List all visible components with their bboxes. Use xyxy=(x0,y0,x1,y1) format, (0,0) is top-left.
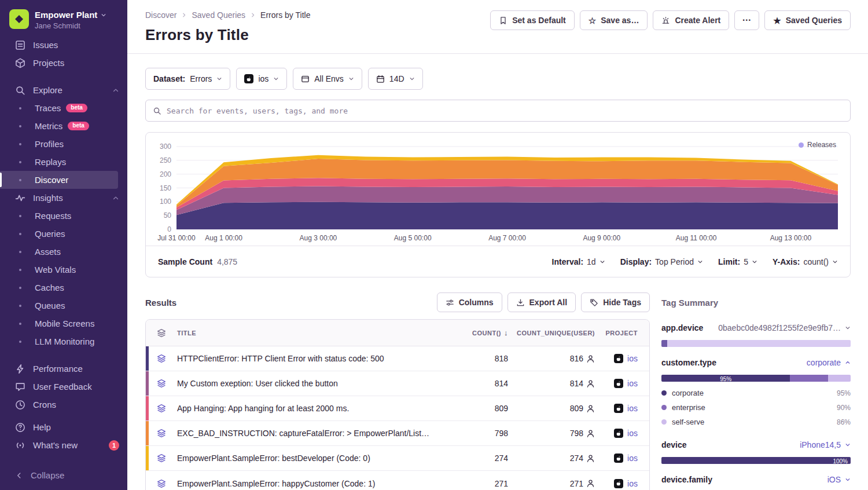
tag-value-label[interactable]: enterprise xyxy=(672,403,705,412)
column-count-unique[interactable]: COUNT_UNIQUE(USER) xyxy=(508,330,595,337)
sidebar-item-explore[interactable]: Explore xyxy=(0,81,127,99)
environment-select[interactable]: All Envs xyxy=(293,68,362,90)
tag-header[interactable]: app.device 0baebc0de4982f1255f2e9e9fb7… xyxy=(661,321,851,335)
sidebar-item-replays[interactable]: Replays xyxy=(0,153,127,171)
table-row[interactable]: EmpowerPlant.SampleError: bestDeveloper … xyxy=(146,446,649,471)
apple-project-icon xyxy=(614,354,623,363)
chevron-down-icon[interactable] xyxy=(845,442,851,448)
set-as-default-button[interactable]: Set as Default xyxy=(490,10,575,30)
row-title[interactable]: My Custom exeption: User clicked the but… xyxy=(177,379,465,388)
column-project[interactable]: PROJECT xyxy=(595,330,649,337)
project-link[interactable]: ios xyxy=(627,479,638,488)
breadcrumb-saved-queries[interactable]: Saved Queries xyxy=(192,10,245,20)
project-link[interactable]: ios xyxy=(627,429,638,438)
tag-top-value[interactable]: iPhone14,5 xyxy=(800,440,841,449)
chevron-up-icon[interactable] xyxy=(112,87,119,94)
project-link[interactable]: ios xyxy=(627,354,638,363)
chevron-down-icon xyxy=(348,76,354,82)
columns-button[interactable]: Columns xyxy=(437,292,502,312)
project-link[interactable]: ios xyxy=(627,454,638,463)
sidebar-item-discover[interactable]: Discover xyxy=(0,171,118,189)
export-all-button[interactable]: Export All xyxy=(507,292,576,312)
app-window: Empower Plant Jane Schmidt Issues Projec… xyxy=(0,0,868,490)
sidebar-item-whats-new[interactable]: What's new1 xyxy=(0,436,127,454)
svg-text:200: 200 xyxy=(160,170,171,178)
tag-top-value[interactable]: corporate xyxy=(807,358,841,367)
column-title[interactable]: TITLE xyxy=(177,330,465,337)
row-title[interactable]: EXC_BAD_INSTRUCTION: captureFatalError: … xyxy=(177,429,465,438)
more-button[interactable]: … xyxy=(734,10,759,30)
tag-distribution-bar[interactable]: 95% xyxy=(661,375,851,382)
sidebar-item-insights[interactable]: Insights xyxy=(0,189,127,207)
tag-value-label[interactable]: self-serve xyxy=(672,418,704,426)
notification-badge: 1 xyxy=(109,440,119,451)
sidebar-item-performance[interactable]: Performance xyxy=(0,360,127,378)
sidebar-item-metrics[interactable]: Metricsbeta xyxy=(0,117,127,135)
table-row[interactable]: HTTPClientError: HTTP Client Error with … xyxy=(146,346,649,371)
table-row[interactable]: EXC_BAD_INSTRUCTION: captureFatalError: … xyxy=(146,421,649,446)
tag-value-row[interactable]: enterprise90% xyxy=(661,400,851,415)
org-logo xyxy=(9,9,29,29)
sidebar-item-traces[interactable]: Tracesbeta xyxy=(0,99,127,117)
dataset-select[interactable]: Dataset:Errors xyxy=(145,68,230,90)
project-link[interactable]: ios xyxy=(627,379,638,388)
chevron-down-icon[interactable] xyxy=(845,325,851,331)
tag-value-row[interactable]: corporate95% xyxy=(661,386,851,400)
tag-value-row[interactable]: self-serve86% xyxy=(661,415,851,429)
sidebar-item-queues[interactable]: Queues xyxy=(0,297,127,315)
saved-queries-button[interactable]: ★Saved Queries xyxy=(764,10,851,30)
table-row[interactable]: EmpowerPlant.SampleError: happyCustomer … xyxy=(146,471,649,490)
sidebar-item-caches[interactable]: Caches xyxy=(0,279,127,297)
limit-select[interactable]: Limit:5 xyxy=(718,257,757,266)
project-select[interactable]: ios xyxy=(236,68,287,90)
table-row[interactable]: App Hanging: App hanging for at least 20… xyxy=(146,396,649,421)
breadcrumb-discover[interactable]: Discover xyxy=(145,10,176,20)
save-as-button[interactable]: ☆Save as… xyxy=(580,10,648,30)
table-row[interactable]: My Custom exeption: User clicked the but… xyxy=(146,371,649,396)
chart-legend[interactable]: Releases xyxy=(799,141,836,149)
row-title[interactable]: HTTPClientError: HTTP Client Error with … xyxy=(177,354,465,363)
sidebar-item-llm-monitoring[interactable]: LLM Monitoring xyxy=(0,332,127,350)
display-select[interactable]: Display:Top Period xyxy=(620,257,703,266)
chevron-up-icon[interactable] xyxy=(845,360,851,365)
chevron-up-icon[interactable] xyxy=(112,195,119,202)
sidebar-item-help[interactable]: Help xyxy=(0,418,127,436)
tag-top-value[interactable]: iOS xyxy=(827,475,841,484)
project-link[interactable]: ios xyxy=(627,404,638,413)
row-title[interactable]: EmpowerPlant.SampleError: happyCustomer … xyxy=(177,479,465,488)
sidebar-collapse-button[interactable]: Collapse xyxy=(0,466,127,484)
interval-select[interactable]: Interval:1d xyxy=(552,257,605,266)
tag-distribution-bar[interactable]: 100% xyxy=(661,457,851,464)
stacked-area-chart[interactable]: 050100150200250300Jul 31 00:00Aug 1 00:0… xyxy=(150,138,846,246)
sidebar-item-issues[interactable]: Issues xyxy=(0,36,127,54)
hide-tags-button[interactable]: Hide Tags xyxy=(581,292,650,312)
sidebar-item-requests[interactable]: Requests xyxy=(0,207,127,225)
row-title[interactable]: EmpowerPlant.SampleError: bestDeveloper … xyxy=(177,454,465,463)
tag-distribution-bar[interactable] xyxy=(661,340,851,347)
sidebar-item-profiles[interactable]: Profiles xyxy=(0,135,127,153)
svg-text:300: 300 xyxy=(160,142,171,151)
sidebar-item-web-vitals[interactable]: Web Vitals xyxy=(0,261,127,279)
tag-header[interactable]: customer.type corporate xyxy=(661,356,851,370)
tag-header[interactable]: device iPhone14,5 xyxy=(661,438,851,452)
yaxis-select[interactable]: Y-Axis:count() xyxy=(773,257,838,266)
row-title[interactable]: App Hanging: App hanging for at least 20… xyxy=(177,404,465,413)
create-alert-button[interactable]: Create Alert xyxy=(653,10,729,30)
sidebar-item-crons[interactable]: Crons xyxy=(0,396,127,414)
series-color-chip xyxy=(146,396,149,420)
org-switcher[interactable]: Empower Plant Jane Schmidt xyxy=(0,8,127,36)
sidebar-item-queries[interactable]: Queries xyxy=(0,225,127,243)
sidebar-item-projects[interactable]: Projects xyxy=(0,54,127,72)
page-title: Errors by Title xyxy=(145,26,310,44)
tag-value-label[interactable]: corporate xyxy=(672,389,704,397)
sidebar-item-assets[interactable]: Assets xyxy=(0,243,127,261)
series-color-chip xyxy=(146,346,149,371)
tag-header[interactable]: device.family iOS xyxy=(661,473,851,487)
date-range-select[interactable]: 14D xyxy=(368,68,423,90)
search-input[interactable] xyxy=(167,107,843,115)
sidebar-item-label: Performance xyxy=(33,364,83,374)
chevron-down-icon[interactable] xyxy=(845,477,851,482)
sidebar-item-user-feedback[interactable]: User Feedback xyxy=(0,378,127,396)
sidebar-item-mobile-screens[interactable]: Mobile Screens xyxy=(0,315,127,332)
column-count[interactable]: COUNT()↓ xyxy=(465,328,508,337)
